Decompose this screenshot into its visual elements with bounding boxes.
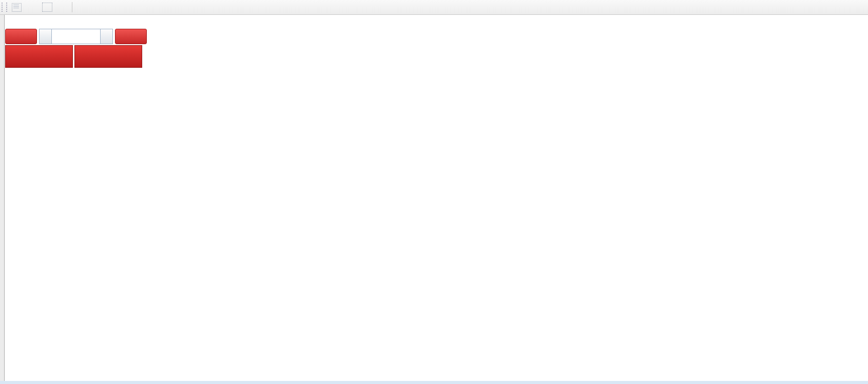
- chart-header: [7, 16, 15, 24]
- toolbar-grip[interactable]: [2, 3, 7, 12]
- crosshair-icon[interactable]: [56, 2, 69, 13]
- toolbar-separator: [72, 2, 72, 12]
- mt4-window: [0, 0, 868, 384]
- text-box-glyph: [42, 3, 52, 12]
- toolbar: [0, 0, 868, 15]
- chart-grid-f-icon[interactable]: [10, 2, 23, 13]
- ask-price-box[interactable]: [74, 45, 142, 68]
- volume-increase-button[interactable]: [100, 29, 113, 44]
- text-a-icon[interactable]: [26, 2, 38, 13]
- sell-button[interactable]: [5, 29, 37, 44]
- volume-input[interactable]: [52, 29, 100, 44]
- left-window-strip: [0, 14, 5, 381]
- one-click-trading-panel: [5, 29, 147, 68]
- bid-price-box[interactable]: [5, 45, 73, 68]
- bottom-window-strip: [0, 381, 868, 384]
- buy-button[interactable]: [115, 29, 147, 44]
- text-box-icon[interactable]: [41, 2, 53, 13]
- volume-decrease-button[interactable]: [39, 29, 52, 44]
